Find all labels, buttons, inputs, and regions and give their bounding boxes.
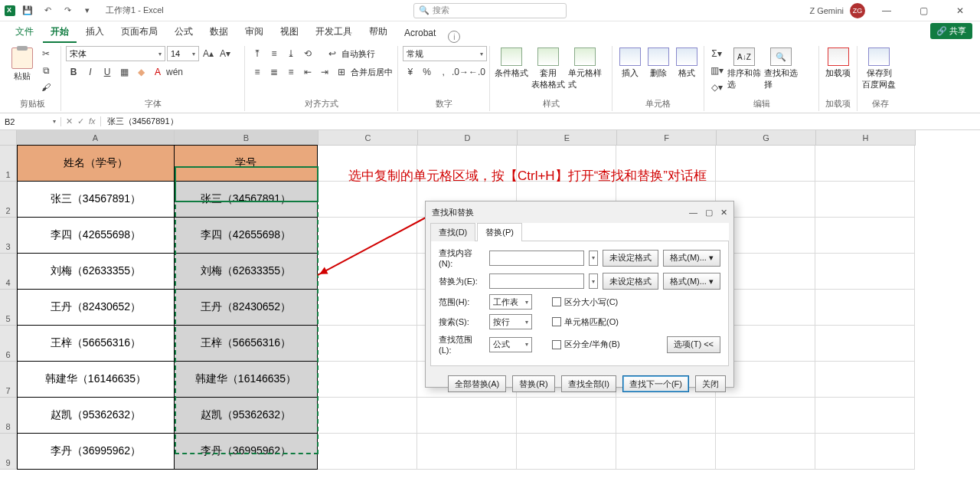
cell[interactable] [815, 146, 915, 182]
row-header-1[interactable]: 1 [0, 146, 17, 182]
tab-insert[interactable]: 插入 [78, 22, 112, 43]
indent-inc-icon[interactable]: ⇥ [317, 64, 332, 80]
decrease-font-icon[interactable]: A▾ [217, 46, 233, 61]
tab-formula[interactable]: 公式 [167, 22, 201, 43]
redo-icon[interactable]: ↷ [60, 3, 75, 18]
table-format-button[interactable]: 套用 表格格式 [531, 46, 565, 90]
row-header-corner[interactable] [0, 130, 17, 146]
merge-label[interactable]: 合并后居中 [351, 67, 393, 78]
cell[interactable] [716, 398, 815, 434]
name-box[interactable]: B2▾ [0, 117, 61, 126]
row-header-4[interactable]: 4 [0, 254, 17, 290]
wrap-icon[interactable]: ↩ [325, 46, 340, 61]
cancel-formula-icon[interactable]: ✕ [66, 116, 73, 126]
phonetic-button[interactable]: wén [167, 64, 182, 80]
find-next-button[interactable]: 查找下一个(F) [622, 375, 689, 392]
row-header-9[interactable]: 9 [0, 434, 17, 470]
font-name-select[interactable]: 宋体▾ [66, 46, 165, 61]
find-all-button[interactable]: 查找全部(I) [561, 375, 616, 392]
tab-home[interactable]: 开始 [43, 22, 77, 43]
row-header-8[interactable]: 8 [0, 398, 17, 434]
cell[interactable] [417, 434, 517, 470]
save-icon[interactable]: 💾 [20, 3, 35, 18]
align-right-icon[interactable]: ≡ [283, 64, 299, 80]
maximize-icon[interactable]: ▢ [908, 0, 939, 21]
cell[interactable]: 王梓（56656316） [17, 325, 175, 362]
cell[interactable]: 李丹（36995962） [174, 433, 318, 470]
replace-with-input[interactable] [489, 273, 584, 289]
options-button[interactable]: 选项(T) << [667, 336, 720, 353]
cell[interactable]: 韩建华（16146635） [17, 361, 175, 398]
cell[interactable]: 王丹（82430652） [174, 289, 318, 326]
find-dropdown[interactable]: ▾ [589, 251, 598, 266]
cell[interactable] [318, 398, 417, 434]
paste-button[interactable]: 粘贴 [9, 46, 35, 82]
font-size-select[interactable]: 14▾ [167, 46, 199, 61]
tab-dev[interactable]: 开发工具 [308, 22, 360, 43]
comma-icon[interactable]: , [436, 64, 451, 80]
tab-data[interactable]: 数据 [202, 22, 236, 43]
cell[interactable] [616, 398, 716, 434]
cell[interactable] [815, 326, 915, 362]
comments-icon[interactable]: i [448, 31, 460, 43]
border-button[interactable]: ▦ [116, 64, 132, 80]
cell[interactable]: 赵凯（95362632） [17, 397, 175, 434]
italic-button[interactable]: I [83, 64, 98, 80]
cell[interactable]: 赵凯（95362632） [174, 397, 318, 434]
col-header-E[interactable]: E [518, 130, 617, 146]
match-cell-checkbox[interactable]: 单元格匹配(O) [552, 316, 619, 328]
find-format-button[interactable]: 格式(M)... ▾ [663, 250, 720, 267]
tab-view[interactable]: 视图 [273, 22, 306, 43]
minimize-icon[interactable]: — [871, 0, 902, 21]
copy-icon[interactable]: ⧉ [38, 63, 54, 78]
cell[interactable] [616, 434, 716, 470]
align-left-icon[interactable]: ≡ [250, 64, 265, 80]
col-header-C[interactable]: C [318, 130, 418, 146]
cell[interactable] [815, 290, 915, 326]
cell[interactable]: 刘梅（62633355） [17, 253, 175, 290]
cell[interactable] [318, 434, 417, 470]
format-painter-icon[interactable]: 🖌 [38, 80, 54, 95]
cell[interactable] [318, 290, 417, 326]
cell[interactable]: 李丹（36995962） [17, 433, 175, 470]
cell[interactable]: 学号 [174, 145, 318, 182]
cell[interactable] [318, 362, 417, 398]
replace-button[interactable]: 替换(R) [512, 375, 554, 392]
cell[interactable] [318, 254, 417, 290]
formula-value[interactable]: 张三（34567891） [101, 116, 185, 127]
cell[interactable]: 王丹（82430652） [17, 289, 175, 326]
cell[interactable] [517, 398, 616, 434]
increase-font-icon[interactable]: A▴ [201, 46, 216, 61]
lookin-select[interactable]: 公式▾ [489, 337, 532, 352]
cell[interactable]: 李四（42655698） [174, 217, 318, 254]
inc-decimal-icon[interactable]: .0→ [452, 64, 468, 80]
align-top-icon[interactable]: ⤒ [250, 46, 265, 61]
cell[interactable]: 张三（34567891） [174, 181, 318, 218]
cell-style-button[interactable]: 单元格样式 [568, 46, 602, 90]
dec-decimal-icon[interactable]: ←.0 [469, 64, 485, 80]
find-select-button[interactable]: 🔍查找和选择 [764, 46, 798, 90]
orientation-icon[interactable]: ⟲ [300, 46, 315, 61]
match-case-checkbox[interactable]: 区分大小写(C) [552, 296, 618, 308]
dialog-minimize-icon[interactable]: — [689, 208, 697, 218]
search-select[interactable]: 按行▾ [489, 314, 532, 329]
search-box[interactable]: 🔍 搜索 [413, 3, 567, 18]
col-header-D[interactable]: D [418, 130, 518, 146]
replace-all-button[interactable]: 全部替换(A) [448, 375, 507, 392]
col-header-B[interactable]: B [175, 130, 318, 146]
replace-dropdown[interactable]: ▾ [589, 273, 598, 289]
wrap-label[interactable]: 自动换行 [341, 48, 375, 60]
cell[interactable]: 姓名（学号） [17, 145, 175, 182]
cell[interactable] [417, 398, 517, 434]
col-header-F[interactable]: F [617, 130, 717, 146]
share-button[interactable]: 🔗 共享 [930, 23, 972, 39]
sort-filter-button[interactable]: A↓Z排序和筛选 [727, 46, 761, 90]
cell[interactable] [318, 182, 417, 218]
percent-icon[interactable]: % [420, 64, 435, 80]
autosum-icon[interactable]: Σ▾ [709, 46, 724, 61]
cell[interactable] [815, 254, 915, 290]
tab-layout[interactable]: 页面布局 [113, 22, 165, 43]
tab-help[interactable]: 帮助 [361, 22, 395, 43]
cell[interactable] [716, 146, 815, 182]
merge-icon[interactable]: ⊞ [334, 64, 349, 80]
